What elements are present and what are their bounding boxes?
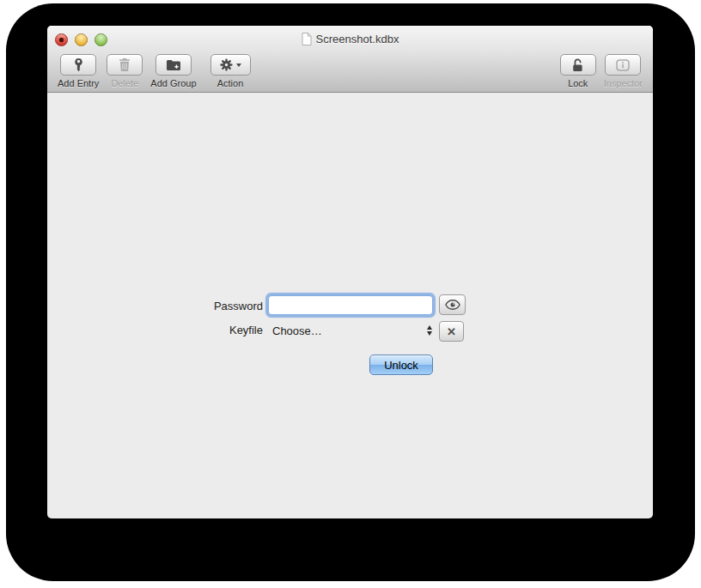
popup-stepper-icon — [427, 325, 432, 336]
close-x-icon: ✕ — [447, 325, 456, 338]
keyfile-label: Keyfile — [176, 324, 263, 336]
zoom-button[interactable] — [94, 33, 107, 46]
toolbar-item-add-entry: Add Entry — [58, 54, 99, 88]
window-title: Screenshot.kdbx — [316, 33, 399, 45]
keyfile-popup-button[interactable]: Choose… — [272, 323, 434, 338]
window-chrome: Screenshot.kdbx Add Entry — [47, 26, 653, 93]
toolbar-label-add-group: Add Group — [150, 78, 196, 88]
info-panel-icon — [616, 59, 630, 71]
toolbar-label-add-entry: Add Entry — [58, 78, 99, 88]
lock-open-icon — [572, 58, 584, 72]
show-password-button[interactable] — [439, 294, 466, 315]
toolbar-item-action: Action — [210, 54, 251, 88]
password-input[interactable] — [268, 295, 433, 315]
clear-keyfile-button[interactable]: ✕ — [439, 321, 464, 342]
toolbar-item-delete: Delete — [107, 54, 143, 88]
trash-icon — [119, 58, 130, 71]
toolbar-item-add-group: Add Group — [150, 54, 196, 88]
minimize-button[interactable] — [75, 33, 88, 46]
toolbar-label-delete: Delete — [111, 78, 138, 88]
toolbar: Add Entry Delete — [58, 54, 643, 88]
titlebar: Screenshot.kdbx — [159, 26, 541, 52]
toolbar-label-action: Action — [217, 78, 244, 88]
app-window: Screenshot.kdbx Add Entry — [47, 26, 653, 518]
action-menu-button[interactable] — [210, 54, 251, 76]
add-group-button[interactable] — [155, 54, 192, 76]
gear-icon — [220, 58, 233, 71]
toolbar-label-inspector: Inspector — [604, 78, 643, 88]
toolbar-item-lock: Lock — [560, 54, 596, 88]
lock-button[interactable] — [560, 54, 596, 76]
toolbar-label-lock: Lock — [568, 78, 588, 88]
chevron-down-icon — [236, 64, 241, 67]
document-icon — [302, 33, 312, 45]
add-folder-icon — [167, 59, 180, 70]
close-button[interactable] — [55, 33, 68, 46]
toolbar-item-inspector: Inspector — [604, 54, 643, 88]
unlock-button[interactable]: Unlock — [369, 355, 433, 375]
inspector-button[interactable] — [605, 54, 641, 76]
eye-icon — [445, 300, 460, 310]
delete-button[interactable] — [107, 54, 143, 76]
key-icon — [74, 58, 83, 72]
traffic-lights — [55, 33, 107, 46]
password-label: Password — [176, 300, 263, 312]
add-entry-button[interactable] — [60, 54, 96, 76]
keyfile-selected-value: Choose… — [272, 324, 322, 337]
